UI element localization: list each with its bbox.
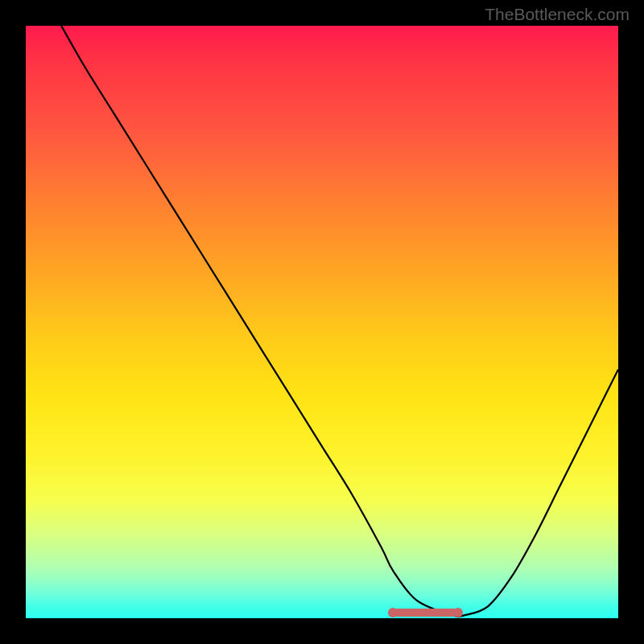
- curve-line: [26, 26, 618, 618]
- chart-plot-area: [26, 26, 618, 618]
- curve-marker-left: [388, 608, 398, 617]
- watermark-text: TheBottleneck.com: [485, 5, 630, 24]
- curve-marker-right: [453, 608, 463, 617]
- plateau-marker: [393, 609, 458, 617]
